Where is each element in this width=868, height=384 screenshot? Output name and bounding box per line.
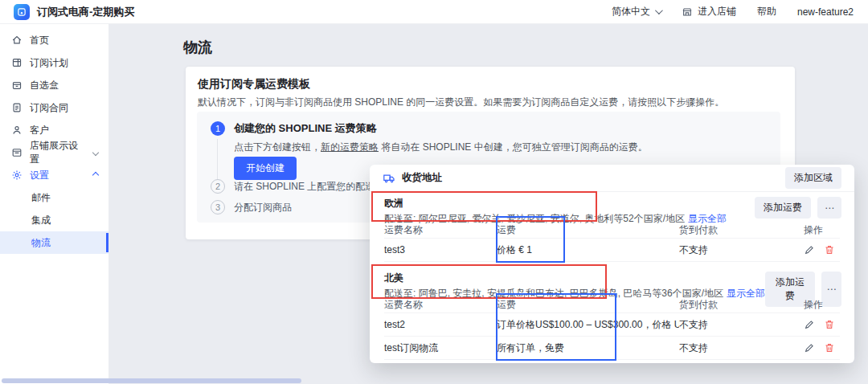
card-title: 使用订阅专属运费模板 xyxy=(198,77,310,92)
step-1-title: 创建您的 SHOPLINE 运费策略 xyxy=(234,121,377,136)
region-europe-header: 欧洲 配送至: 阿尔巴尼亚, 爱尔兰, 爱沙尼亚, 安道尔, 奥地利等52个国家… xyxy=(370,192,854,221)
sidebar-item-email[interactable]: 邮件 xyxy=(0,186,108,209)
language-selector[interactable]: 简体中文 xyxy=(612,5,661,18)
sidebar-item-store-display-settings[interactable]: 店铺展示设置 xyxy=(0,141,108,164)
cod-value: 不支持 xyxy=(679,313,804,337)
feature-tag[interactable]: new-feature2 xyxy=(797,6,854,18)
more-button[interactable]: ⋯ xyxy=(817,197,841,219)
app-logo-icon xyxy=(14,4,30,20)
step-1-description: 点击下方创建按钮，新的运费策略 将自动在 SHOPLINE 中创建，您可独立管理… xyxy=(234,141,648,154)
rate-value: 订单价格US$100.00 – US$300.00，价格 US$ 1 xyxy=(497,313,679,337)
start-create-button[interactable]: 开始创建 xyxy=(234,157,297,180)
sidebar-item-home[interactable]: 首页 xyxy=(0,29,108,51)
horizontal-scrollbar-thumb[interactable] xyxy=(2,378,301,383)
help-link[interactable]: 帮助 xyxy=(757,5,776,18)
delete-icon[interactable] xyxy=(824,244,835,255)
store-display-icon xyxy=(11,147,23,158)
panel-header: 收货地址 添加区域 xyxy=(370,165,854,192)
edit-icon[interactable] xyxy=(804,342,815,353)
table-row: test2 订单价格US$100.00 – US$300.00，价格 US$ 1… xyxy=(370,313,854,337)
app-title: 订阅式电商-定期购买 xyxy=(37,5,134,19)
step-3-number: 3 xyxy=(211,200,225,214)
sidebar-item-custom-box[interactable]: 自选盒 xyxy=(0,74,108,96)
chevron-down-icon xyxy=(655,6,663,14)
language-label: 简体中文 xyxy=(612,5,650,18)
shipping-address-panel: 收货地址 添加区域 欧洲 配送至: 阿尔巴尼亚, 爱尔兰, 爱沙尼亚, 安道尔,… xyxy=(370,165,854,363)
rate-name: test2 xyxy=(384,313,497,337)
rate-table-header: 运费名称 运费 货到付款 操作 xyxy=(370,296,854,313)
rate-name: test3 xyxy=(384,239,497,262)
home-icon xyxy=(11,35,23,46)
table-row: test订阅物流 所有订单，免费 不支持 ⋯ xyxy=(370,337,854,360)
sidebar-item-settings[interactable]: 设置 xyxy=(0,164,108,186)
sidebar-item-subscription-plans[interactable]: 订阅计划 xyxy=(0,51,108,74)
chevron-down-icon xyxy=(92,149,99,156)
gear-icon xyxy=(11,170,23,181)
sidebar-item-logistics[interactable]: 物流 xyxy=(0,231,108,254)
sidebar-item-integrations[interactable]: 集成 xyxy=(0,209,108,231)
rate-table-header: 运费名称 运费 货到付款 操作 xyxy=(370,221,854,239)
delete-icon[interactable] xyxy=(824,319,835,330)
cod-value: 不支持 xyxy=(679,239,804,262)
step-3-title: 分配订阅商品 xyxy=(234,201,292,214)
rate-name: test订阅物流 xyxy=(384,337,497,360)
customer-icon xyxy=(11,125,23,136)
add-region-button[interactable]: 添加区域 xyxy=(785,167,841,189)
enter-store-label: 进入店铺 xyxy=(698,5,736,18)
rate-value: 所有订单，免费 xyxy=(497,337,679,360)
panel-title: 收货地址 xyxy=(402,171,442,185)
page-title: 物流 xyxy=(183,38,212,57)
sidebar-item-customers[interactable]: 客户 xyxy=(0,119,108,141)
step-2-number: 2 xyxy=(211,179,225,194)
topbar: 订阅式电商-定期购买 简体中文 进入店铺 帮助 new-feature2 xyxy=(0,0,868,24)
rate-value: 价格 € 1 xyxy=(497,239,679,262)
subscription-plan-icon xyxy=(11,57,23,68)
card-description: 默认情况下，订阅与非订阅商品使用 SHOPLINE 的同一运费设置。如果需要为订… xyxy=(198,96,724,109)
sidebar-item-subscription-contracts[interactable]: 订阅合同 xyxy=(0,96,108,119)
storefront-icon xyxy=(682,6,693,18)
step-connector-line xyxy=(217,139,218,179)
region-name: 北美 xyxy=(384,272,765,285)
delete-icon[interactable] xyxy=(824,342,835,353)
table-row: test3 价格 € 1 不支持 ⋯ xyxy=(370,239,854,262)
truck-icon xyxy=(383,172,395,185)
chevron-up-icon xyxy=(92,172,99,178)
step-3: 3 分配订阅商品 xyxy=(211,200,292,214)
add-rate-button[interactable]: 添加运费 xyxy=(755,197,811,219)
step-1: 1 创建您的 SHOPLINE 运费策略 xyxy=(211,121,377,136)
contract-icon xyxy=(11,102,23,113)
edit-icon[interactable] xyxy=(804,319,815,330)
enter-store-button[interactable]: 进入店铺 xyxy=(682,5,736,18)
box-icon xyxy=(11,80,23,91)
region-name: 欧洲 xyxy=(384,197,727,210)
edit-icon[interactable] xyxy=(804,244,815,255)
step-1-number: 1 xyxy=(211,121,225,136)
cod-value: 不支持 xyxy=(679,337,804,360)
sidebar: 首页 订阅计划 自选盒 订阅合同 客户 店铺展示设置 设置 邮件 集成 物流 xyxy=(0,24,108,384)
new-shipping-strategy-link[interactable]: 新的运费策略 xyxy=(321,141,379,153)
region-north-america-header: 北美 配送至: 阿鲁巴, 安圭拉, 安提瓜岛和巴布达, 巴巴多斯岛, 巴哈马等3… xyxy=(370,267,854,296)
